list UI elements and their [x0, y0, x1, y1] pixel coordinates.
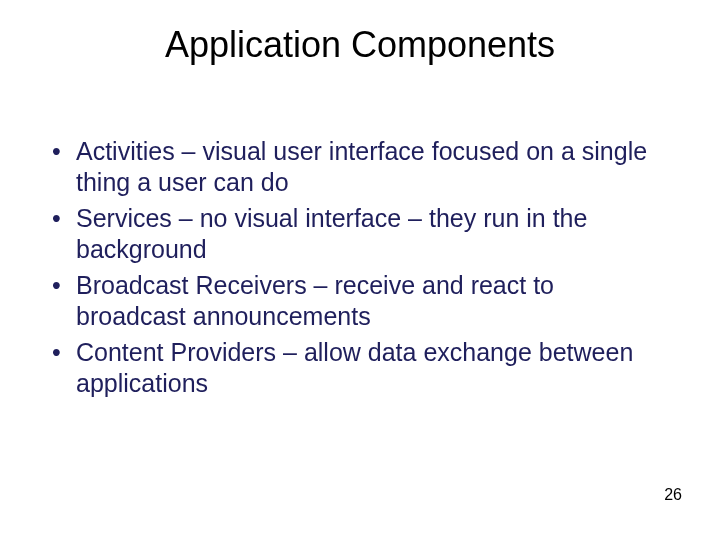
list-item: Services – no visual interface – they ru… — [46, 203, 660, 264]
slide-title: Application Components — [0, 24, 720, 66]
bullet-list: Activities – visual user interface focus… — [46, 136, 660, 398]
page-number: 26 — [664, 486, 682, 504]
slide-body: Activities – visual user interface focus… — [46, 136, 660, 404]
list-item: Broadcast Receivers – receive and react … — [46, 270, 660, 331]
list-item: Activities – visual user interface focus… — [46, 136, 660, 197]
list-item: Content Providers – allow data exchange … — [46, 337, 660, 398]
slide: Application Components Activities – visu… — [0, 0, 720, 540]
